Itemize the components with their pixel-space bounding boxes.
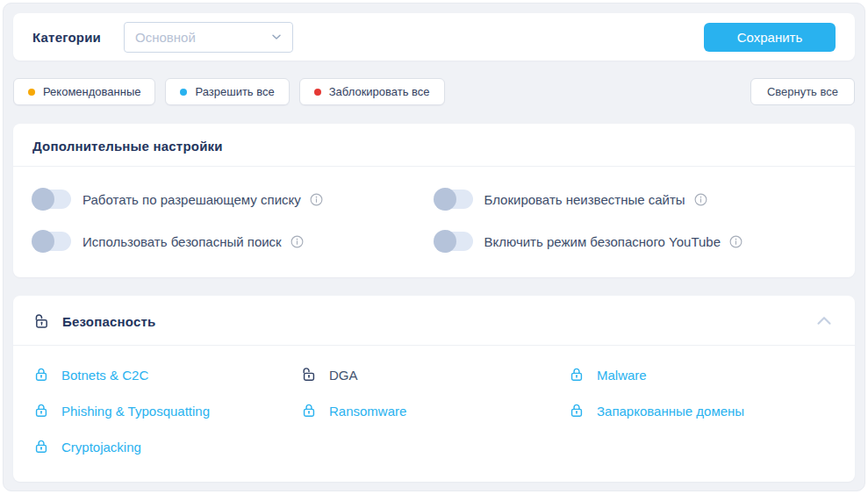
category-label: Malware <box>597 368 647 383</box>
safe-search-toggle[interactable] <box>32 232 71 251</box>
save-button[interactable]: Сохранить <box>704 23 836 52</box>
category-item-phishing[interactable]: Phishing & Typosquatting <box>32 402 300 419</box>
toggle-knob <box>434 188 456 211</box>
category-label: DGA <box>329 368 358 383</box>
recommended-pill-button[interactable]: Рекомендованные <box>13 78 155 105</box>
additional-settings-title: Дополнительные настройки <box>32 139 223 154</box>
profile-select[interactable]: Основной <box>124 22 293 53</box>
toggle-row-allowlist: Работать по разрешающему списку <box>32 190 434 209</box>
lock-closed-icon <box>32 438 50 455</box>
toggle-label: Использовать безопасный поиск <box>82 234 282 249</box>
category-label: Ransomware <box>329 404 406 419</box>
toggle-knob <box>32 230 54 253</box>
lock-closed-icon <box>32 366 50 383</box>
safe-youtube-toggle[interactable] <box>434 232 473 251</box>
category-item-botnets[interactable]: Botnets & C2C <box>32 366 300 383</box>
toggle-label: Включить режим безопасного YouTube <box>484 234 721 249</box>
toggle-label: Работать по разрешающему списку <box>82 192 301 207</box>
category-label: Cryptojacking <box>61 440 141 455</box>
chevron-up-icon[interactable] <box>813 310 836 333</box>
security-title: Безопасность <box>62 314 155 329</box>
info-icon[interactable] <box>290 234 305 249</box>
info-icon[interactable] <box>728 234 743 249</box>
category-settings-page: Категории Основной Сохранить Рекомендова… <box>3 3 865 491</box>
block-all-pill-button[interactable]: Заблокировать все <box>299 78 445 105</box>
additional-settings-header: Дополнительные настройки <box>13 124 855 167</box>
quick-actions-row: Рекомендованные Разрешить все Заблокиров… <box>13 78 855 105</box>
allow-all-pill-label: Разрешить все <box>195 85 274 98</box>
toggle-row-safe-search: Использовать безопасный поиск <box>32 232 434 251</box>
toggle-label: Блокировать неизвестные сайты <box>484 192 685 207</box>
security-card: Безопасность Botnets & C2C DGA Malware P… <box>13 296 855 482</box>
security-header: Безопасность <box>13 296 855 346</box>
toggle-knob <box>434 230 456 253</box>
category-item-cryptojacking[interactable]: Cryptojacking <box>32 438 300 455</box>
lock-closed-icon <box>568 402 585 419</box>
allow-all-dot-icon <box>180 89 187 96</box>
allowlist-toggle[interactable] <box>32 190 71 209</box>
lock-closed-icon <box>32 402 50 419</box>
lock-open-icon <box>32 312 51 331</box>
category-item-malware[interactable]: Malware <box>568 366 836 383</box>
lock-closed-icon <box>568 366 585 383</box>
block-unknown-toggle[interactable] <box>434 190 473 209</box>
topbar: Категории Основной Сохранить <box>13 13 855 61</box>
collapse-all-button[interactable]: Свернуть все <box>750 78 855 105</box>
info-icon[interactable] <box>693 192 708 207</box>
profile-select-value: Основной <box>135 30 196 45</box>
category-item-parked-domains[interactable]: Запаркованные домены <box>568 402 836 419</box>
recommended-pill-label: Рекомендованные <box>43 85 140 98</box>
toggle-row-safe-youtube: Включить режим безопасного YouTube <box>434 232 836 251</box>
additional-settings-card: Дополнительные настройки Работать по раз… <box>13 124 855 277</box>
category-label: Botnets & C2C <box>61 368 148 383</box>
toggle-grid: Работать по разрешающему списку Блокиров… <box>13 167 855 277</box>
security-category-grid: Botnets & C2C DGA Malware Phishing & Typ… <box>13 346 855 482</box>
info-icon[interactable] <box>309 192 324 207</box>
allow-all-pill-button[interactable]: Разрешить все <box>165 78 289 105</box>
page-title: Категории <box>32 30 101 45</box>
category-label: Phishing & Typosquatting <box>61 404 210 419</box>
lock-open-icon <box>300 366 318 383</box>
category-label: Запаркованные домены <box>597 404 744 419</box>
block-all-dot-icon <box>314 89 321 96</box>
recommended-dot-icon <box>28 89 35 96</box>
lock-closed-icon <box>300 402 318 419</box>
toggle-knob <box>32 188 54 211</box>
toggle-row-block-unknown: Блокировать неизвестные сайты <box>434 190 836 209</box>
category-item-dga[interactable]: DGA <box>300 366 568 383</box>
category-item-ransomware[interactable]: Ransomware <box>300 402 568 419</box>
chevron-down-icon <box>269 30 283 44</box>
block-all-pill-label: Заблокировать все <box>329 85 430 98</box>
